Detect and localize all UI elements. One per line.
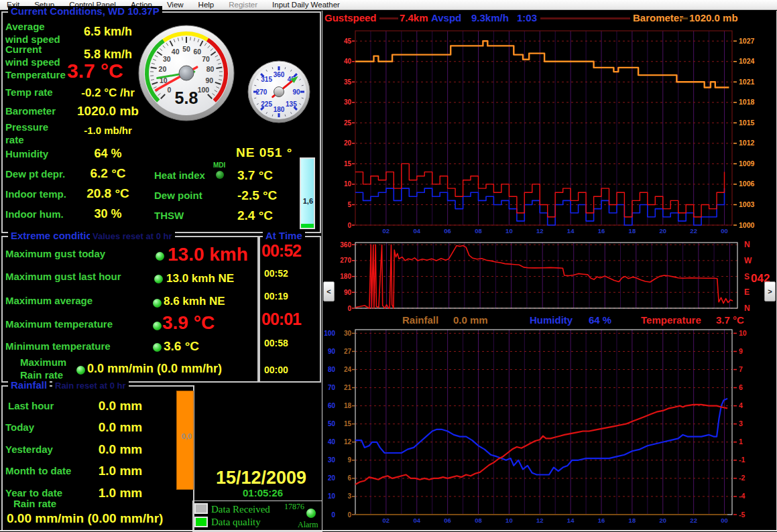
svg-text:12: 12 <box>536 517 544 524</box>
svg-text:E: E <box>744 287 750 297</box>
svg-text:1015: 1015 <box>739 119 755 127</box>
svg-text:6: 6 <box>347 474 351 482</box>
svg-text:40: 40 <box>344 58 352 65</box>
min-temperature-value: 3.6 °C <box>164 339 199 354</box>
max-temperature-label: Maximum temperature <box>5 318 113 331</box>
svg-text:30: 30 <box>163 55 171 63</box>
max-average-dot <box>153 299 162 308</box>
svg-text:10: 10 <box>328 492 336 500</box>
svg-text:6: 6 <box>739 383 743 391</box>
gustspeed-header-value: 7.4km <box>400 12 428 23</box>
header-leader-line <box>540 17 630 19</box>
svg-text:02: 02 <box>383 227 390 235</box>
svg-text:12: 12 <box>536 227 544 235</box>
svg-text:18: 18 <box>629 227 636 235</box>
svg-text:0: 0 <box>168 86 172 94</box>
mdi-label: MDI <box>213 161 225 169</box>
data-received-swatch <box>194 503 208 514</box>
indoor-hum-value: 30 % <box>64 207 152 221</box>
humidity-value: 64 % <box>64 147 152 161</box>
svg-text:02: 02 <box>383 517 390 524</box>
rain-gauge-bar-value: 0,0 <box>182 432 192 440</box>
max-rain-rate-label: Maximum Rain rate <box>20 356 66 382</box>
temperature-header-value: 3.7 °C <box>716 314 744 326</box>
temperature-label: Temperature <box>5 69 66 82</box>
menu-input-daily-weather[interactable]: Input Daily Weather <box>272 1 340 9</box>
svg-text:N: N <box>744 304 750 312</box>
at-time-rain-rate: 00:00 <box>264 364 288 375</box>
svg-text:90: 90 <box>292 88 300 96</box>
svg-text:04: 04 <box>413 517 420 524</box>
svg-text:9: 9 <box>347 456 351 464</box>
humidity-header-value: 64 % <box>589 314 611 326</box>
rainfall-title: Rainfall <box>8 380 50 390</box>
menu-view[interactable]: View <box>167 1 184 9</box>
current-conditions-title: Current Conditions, WD 10.37P <box>8 6 162 16</box>
max-rain-rate-value: 0.0 mm/min (0.0 mm/hr) <box>87 362 222 376</box>
at-time-gust-today: 00:52 <box>261 241 301 261</box>
menu-register: Register <box>229 1 257 9</box>
svg-text:22: 22 <box>690 517 697 524</box>
svg-text:0: 0 <box>331 511 335 519</box>
scroll-right-button[interactable]: > <box>764 281 776 302</box>
max-gust-hour-value: 13.0 kmh NE <box>166 272 234 285</box>
svg-text:60: 60 <box>193 48 201 56</box>
svg-text:30: 30 <box>344 330 352 337</box>
svg-text:80: 80 <box>328 366 336 373</box>
scroll-left-button[interactable]: < <box>323 281 335 302</box>
temp-rate-label: Temp rate <box>5 86 53 99</box>
svg-text:30: 30 <box>328 456 336 464</box>
max-temperature-dot <box>153 322 162 330</box>
svg-text:1021: 1021 <box>739 78 755 86</box>
heat-index-value: 3.7 °C <box>237 168 273 183</box>
wind-run-bar: 1,6 <box>300 157 315 229</box>
svg-text:1012: 1012 <box>739 139 755 147</box>
svg-text:21: 21 <box>344 384 352 391</box>
svg-text:1: 1 <box>739 438 743 446</box>
data-quality-swatch <box>194 517 208 527</box>
rain-gauge-bar: 0,0 <box>176 391 194 490</box>
rain-month-label: Month to date <box>5 465 71 478</box>
svg-text:15: 15 <box>344 160 352 168</box>
max-gust-hour-dot <box>154 275 163 283</box>
svg-text:360: 360 <box>340 241 351 249</box>
svg-text:14: 14 <box>567 517 575 524</box>
svg-text:22: 22 <box>690 227 697 235</box>
svg-text:10: 10 <box>739 329 747 337</box>
at-time-gust-hour: 00:52 <box>264 268 288 279</box>
menu-help[interactable]: Help <box>198 1 215 9</box>
svg-text:90: 90 <box>344 289 352 296</box>
indoor-hum-label: Indoor hum. <box>5 208 64 221</box>
svg-text:20: 20 <box>328 474 336 482</box>
svg-text:00: 00 <box>721 517 728 524</box>
temperature-header-label: Temperature <box>641 314 701 326</box>
svg-text:1009: 1009 <box>739 159 755 168</box>
svg-text:1027: 1027 <box>739 37 755 45</box>
svg-text:16: 16 <box>598 517 605 524</box>
svg-text:7: 7 <box>739 365 743 373</box>
svg-text:70: 70 <box>328 384 336 391</box>
svg-text:70: 70 <box>202 55 210 63</box>
current-date: 15/12/2009 <box>216 468 306 488</box>
at-time-panel: At Time 00:52 00:52 00:19 00:01 00:58 00… <box>259 236 321 383</box>
avg-wind-label: Average wind speed <box>5 21 60 46</box>
alarm-indicator-dot <box>306 509 316 518</box>
header-leader-line <box>680 17 688 19</box>
svg-text:1003: 1003 <box>739 200 755 208</box>
svg-text:12: 12 <box>344 438 352 446</box>
at-time-max-average: 00:19 <box>264 291 288 302</box>
svg-text:3: 3 <box>347 492 351 500</box>
svg-text:08: 08 <box>475 517 482 524</box>
weather-display-window: Exit Setup Control Panel Action View Hel… <box>0 0 777 532</box>
rain-rate-value: 0.00 mm/min (0.00 mm/hr) <box>7 511 163 526</box>
svg-text:W: W <box>744 256 752 265</box>
svg-text:35: 35 <box>344 78 352 86</box>
svg-text:60: 60 <box>328 402 336 409</box>
svg-text:0: 0 <box>347 305 351 312</box>
max-gust-today-label: Maximum gust today <box>5 248 105 261</box>
dew-point-value: -2.5 °C <box>237 188 277 203</box>
svg-text:-4: -4 <box>739 492 745 500</box>
max-rain-rate-dot <box>76 366 85 375</box>
data-quality-label: Data quality <box>211 517 261 528</box>
barometer-header-value: 1020.0 mb <box>689 12 738 23</box>
